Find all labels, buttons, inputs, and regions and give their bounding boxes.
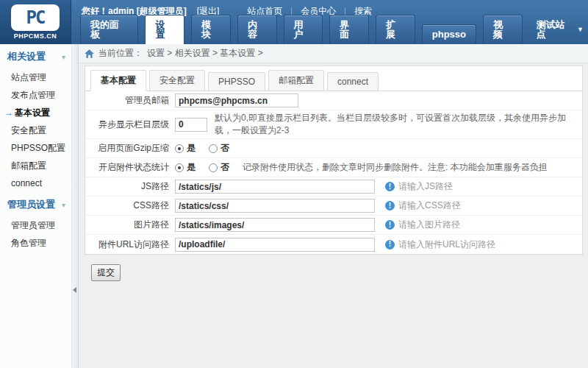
breadcrumb: 当前位置： 设置 > 相关设置 > 基本设置 > [79,44,588,63]
collapse-left-icon [73,287,76,293]
gzip-radio-no[interactable]: 否 [209,142,229,155]
hint-text: 请输入CSS路径 [398,199,461,212]
content-area: 当前位置： 设置 > 相关设置 > 基本设置 > 基本配置 安全配置 PHPSS… [79,44,588,368]
hint-text: 请输入JS路径 [398,180,453,193]
nav-tab-settings[interactable]: 设置 [145,15,184,44]
breadcrumb-trail: 设置 > 相关设置 > 基本设置 > [147,47,263,60]
field-label: JS路径 [91,180,175,193]
form-row-image-path: 图片路径 !请输入图片路径 [85,216,582,235]
radio-label: 是 [187,142,196,155]
nav-tab-users[interactable]: 用户 [284,15,323,44]
sidebar-item-basic-settings[interactable]: →基本设置 [0,104,71,121]
radio-unchecked-icon[interactable] [209,163,218,172]
sidebar-item-role-management[interactable]: 角色管理 [0,234,71,252]
app-header: PC PHPCMS.CN 您好！admin [超级管理员] [退出] 站点首页 … [0,0,588,44]
form-row-async-level: 异步显示栏目层级 默认为0,即直接显示栏目列表。当栏目层级较多时，可设置首次加载… [85,110,582,139]
radio-checked-icon[interactable] [175,144,184,153]
main-area: 相关设置 ▾ 站点管理 发布点管理 →基本设置 安全配置 PHPSSO配置 邮箱… [0,44,588,368]
logo-pc-glyph: PC [26,7,45,28]
field-label: 图片路径 [91,219,175,231]
nav-tab-extensions[interactable]: 扩展 [376,15,415,44]
field-label: 管理员邮箱 [91,94,175,107]
sidebar-item-label: 基本设置 [15,107,50,118]
tab-phpsso[interactable]: PHPSSO [208,72,265,91]
sidebar-item-mail-config[interactable]: 邮箱配置 [0,157,71,174]
panel-wrap: 基本配置 安全配置 PHPSSO 邮箱配置 connect 管理员邮箱 异步显示… [79,63,588,281]
site-selector-label: 测试站点 [537,20,574,39]
active-arrow-icon: → [4,107,13,118]
logo-badge: PC [11,4,60,31]
nav-tab-dashboard[interactable]: 我的面板 [80,15,138,44]
sidebar-item-connect[interactable]: connect [0,174,71,192]
attachment-url-input[interactable] [175,238,375,252]
attachment-stats-radio-group: 是 否 [175,161,243,174]
field-hint: !请输入图片路径 [385,219,460,231]
form-row-css-path: CSS路径 !请输入CSS路径 [85,197,582,216]
tab-basic-config[interactable]: 基本配置 [90,70,146,91]
sidebar-item-site-management[interactable]: 站点管理 [0,68,71,86]
nav-tab-content[interactable]: 内容 [237,15,277,44]
radio-label: 否 [220,142,229,155]
sidebar-collapse-handle[interactable] [71,44,79,368]
main-nav: 我的面板 设置 模块 内容 用户 界面 扩展 phpsso 视频 测试站点 ▼ [71,22,588,44]
sidebar-item-security-config[interactable]: 安全配置 [0,121,71,139]
logo-domain-text: PHPCMS.CN [14,32,57,40]
admin-email-input[interactable] [175,93,298,107]
collapse-arrow-icon: ▾ [62,201,65,209]
section-title: 相关设置 [7,50,46,63]
css-path-input[interactable] [175,199,375,213]
sidebar-section-admin-settings[interactable]: 管理员设置 ▾ [0,192,71,216]
form-row-gzip: 启用页面Gzip压缩 是 否 [85,139,582,158]
nav-tab-interface[interactable]: 界面 [329,15,369,44]
form-row-attachment-stats: 开启附件状态统计 是 否 记录附件使用状态，删除文章时同步删除附件。注意: 本功… [85,158,582,177]
home-icon [85,49,94,58]
sidebar-section-related-settings[interactable]: 相关设置 ▾ [0,44,71,68]
sidebar-item-admin-management[interactable]: 管理员管理 [0,216,71,234]
tab-mail-config[interactable]: 邮箱配置 [268,70,324,91]
collapse-arrow-icon: ▾ [62,53,65,61]
phpcms-logo[interactable]: PC PHPCMS.CN [0,0,71,44]
gzip-radio-yes[interactable]: 是 [175,142,196,155]
tab-connect[interactable]: connect [327,72,379,91]
site-selector-dropdown[interactable]: 测试站点 ▼ [529,15,588,44]
field-hint: !请输入CSS路径 [385,199,461,212]
form-row-admin-email: 管理员邮箱 [85,91,582,110]
config-tabs: 基本配置 安全配置 PHPSSO 邮箱配置 connect [85,66,582,91]
tab-security-config[interactable]: 安全配置 [149,70,205,91]
nav-tab-phpsso[interactable]: phpsso [422,24,476,44]
nav-tab-video[interactable]: 视频 [483,15,523,44]
attachment-stats-radio-yes[interactable]: 是 [175,161,196,174]
field-hint: !请输入附件URL访问路径 [385,238,495,251]
info-icon: ! [385,240,395,250]
info-icon: ! [385,201,395,210]
form-row-attachment-url: 附件URL访问路径 !请输入附件URL访问路径 [85,235,582,254]
submit-button[interactable]: 提交 [91,264,121,281]
js-path-input[interactable] [175,180,375,194]
submit-row: 提交 [85,255,583,281]
settings-panel: 基本配置 安全配置 PHPSSO 邮箱配置 connect 管理员邮箱 异步显示… [85,66,583,255]
field-hint: !请输入JS路径 [385,180,453,193]
header-right: 您好！admin [超级管理员] [退出] 站点首页 会员中心 搜索 我的面板 … [71,0,588,44]
form-row-js-path: JS路径 !请输入JS路径 [85,177,582,197]
nav-tab-modules[interactable]: 模块 [191,15,231,44]
radio-label: 是 [187,161,196,174]
async-level-input[interactable] [175,118,207,132]
sidebar-item-phpsso-config[interactable]: PHPSSO配置 [0,139,71,157]
field-label: 异步显示栏目层级 [91,118,175,131]
radio-checked-icon[interactable] [175,163,184,172]
section-title: 管理员设置 [7,198,55,211]
radio-unchecked-icon[interactable] [209,144,218,153]
sidebar-item-publish-point[interactable]: 发布点管理 [0,86,71,104]
chevron-down-icon: ▼ [577,26,584,33]
field-label: 附件URL访问路径 [91,238,175,251]
radio-label: 否 [220,161,229,174]
hint-text: 请输入图片路径 [398,219,460,231]
info-icon: ! [385,220,395,230]
attachment-stats-radio-no[interactable]: 否 [209,161,229,174]
field-help-text: 记录附件使用状态，删除文章时同步删除附件。注意: 本功能会加重服务器负担 [243,161,548,174]
info-icon: ! [385,182,395,191]
field-help-text: 默认为0,即直接显示栏目列表。当栏目层级较多时，可设置首次加载层级，其余使用异步… [215,112,576,137]
hint-text: 请输入附件URL访问路径 [398,238,495,251]
field-label: 启用页面Gzip压缩 [91,142,175,155]
image-path-input[interactable] [175,218,375,232]
